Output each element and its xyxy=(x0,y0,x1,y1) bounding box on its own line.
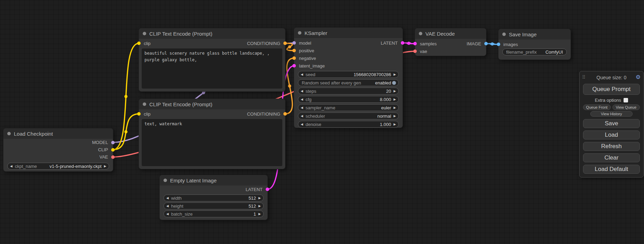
input-dot-latent-image[interactable] xyxy=(292,64,296,67)
gear-icon[interactable]: ⚙ xyxy=(636,74,641,80)
collapse-dot-icon[interactable] xyxy=(419,32,422,35)
widget-label: batch_size xyxy=(171,211,193,217)
next-arrow-icon[interactable]: ▶ xyxy=(394,115,396,118)
drag-handle-icon[interactable]: ⠿ xyxy=(582,74,585,80)
decrement-arrow-icon[interactable]: ◀ xyxy=(166,205,169,208)
output-slot-clip: CLIP xyxy=(3,146,113,153)
extra-options-checkbox[interactable] xyxy=(624,98,628,102)
input-dot-vae[interactable] xyxy=(413,49,417,53)
load-button[interactable]: Load xyxy=(583,130,640,139)
collapse-dot-icon[interactable] xyxy=(143,32,146,35)
collapse-dot-icon[interactable] xyxy=(164,179,167,182)
output-dot-image[interactable] xyxy=(484,42,488,45)
collapse-dot-icon[interactable] xyxy=(143,102,146,106)
widget-batch-size[interactable]: ◀ batch_size 1 ▶ xyxy=(164,210,264,217)
input-dot-clip[interactable] xyxy=(137,42,141,45)
widget-denoise[interactable]: ◀ denoise 1.000 ▶ xyxy=(298,121,399,128)
input-dot-samples[interactable] xyxy=(413,42,417,45)
node-empty-latent-image[interactable]: Empty Latent Image LATENT ◀ width 512 ▶ … xyxy=(159,175,268,220)
widget-value: 8.000 xyxy=(380,97,391,102)
output-slot-latent: LATENT xyxy=(160,186,267,193)
output-dot-vae[interactable] xyxy=(111,155,115,159)
node-title-bar[interactable]: Load Checkpoint xyxy=(3,128,113,139)
prev-arrow-icon[interactable]: ◀ xyxy=(301,115,303,118)
output-dot-conditioning[interactable] xyxy=(283,112,287,116)
prev-arrow-icon[interactable]: ◀ xyxy=(301,106,303,109)
input-dot-negative[interactable] xyxy=(292,56,296,60)
next-arrow-icon[interactable]: ▶ xyxy=(394,106,396,109)
node-clip-text-encode-positive[interactable]: CLIP Text Encode (Prompt) clip CONDITION… xyxy=(139,28,285,92)
output-dot-clip[interactable] xyxy=(111,148,115,152)
positive-prompt-textarea[interactable]: beautiful scenery nature glass bottle la… xyxy=(142,48,282,89)
decrement-arrow-icon[interactable]: ◀ xyxy=(301,73,303,76)
view-queue-button[interactable]: View Queue xyxy=(612,105,640,110)
increment-arrow-icon[interactable]: ▶ xyxy=(394,90,396,93)
refresh-button[interactable]: Refresh xyxy=(583,142,640,151)
output-dot-latent[interactable] xyxy=(401,41,404,45)
widget-scheduler[interactable]: ◀ scheduler normal ▶ xyxy=(298,112,399,119)
input-slot-images: images xyxy=(499,40,571,48)
node-title-bar[interactable]: KSampler xyxy=(294,28,403,38)
collapse-dot-icon[interactable] xyxy=(502,33,506,36)
next-arrow-icon[interactable]: ▶ xyxy=(104,165,106,168)
increment-arrow-icon[interactable]: ▶ xyxy=(394,73,396,76)
input-slot-vae: vae xyxy=(415,47,486,55)
node-clip-text-encode-negative[interactable]: CLIP Text Encode (Prompt) clip CONDITION… xyxy=(139,99,285,169)
increment-arrow-icon[interactable]: ▶ xyxy=(258,197,261,200)
view-history-button[interactable]: View History xyxy=(590,111,632,117)
node-load-checkpoint[interactable]: Load Checkpoint MODEL CLIP VAE ◀ ckpt_na… xyxy=(3,128,113,172)
slot-label-vae: VAE xyxy=(99,154,108,160)
decrement-arrow-icon[interactable]: ◀ xyxy=(301,90,303,93)
save-button[interactable]: Save xyxy=(583,119,640,128)
node-save-image[interactable]: Save Image images filename_prefix ComfyU… xyxy=(498,29,571,60)
output-dot-latent[interactable] xyxy=(266,188,269,191)
widget-value: enabled xyxy=(375,80,391,85)
widget-width[interactable]: ◀ width 512 ▶ xyxy=(164,195,264,201)
widget-cfg[interactable]: ◀ cfg 8.000 ▶ xyxy=(298,96,399,103)
load-default-button[interactable]: Load Default xyxy=(583,165,640,174)
clear-button[interactable]: Clear xyxy=(583,153,640,162)
decrement-arrow-icon[interactable]: ◀ xyxy=(301,98,303,101)
widget-ckpt-name[interactable]: ◀ ckpt_name v1-5-pruned-emaonly.ckpt ▶ xyxy=(7,163,109,170)
queue-panel: ⠿ Queue size: 0 ⚙ Queue Prompt Extra opt… xyxy=(579,71,644,178)
increment-arrow-icon[interactable]: ▶ xyxy=(394,123,396,126)
input-dot-clip[interactable] xyxy=(137,112,141,116)
widget-sampler-name[interactable]: ◀ sampler_name euler ▶ xyxy=(298,104,399,111)
slot-label-model: model xyxy=(299,40,311,46)
decrement-arrow-icon[interactable]: ◀ xyxy=(166,197,169,200)
widget-steps[interactable]: ◀ steps 20 ▶ xyxy=(298,88,399,94)
node-vae-decode[interactable]: VAE Decode samples IMAGE vae xyxy=(415,28,486,56)
node-ksampler[interactable]: KSampler model LATENT positive negative … xyxy=(294,27,403,128)
decrement-arrow-icon[interactable]: ◀ xyxy=(301,123,303,126)
widget-filename-prefix[interactable]: filename_prefix ComfyUI xyxy=(502,48,567,55)
output-dot-model[interactable] xyxy=(111,141,115,144)
node-title-bar[interactable]: Save Image xyxy=(499,29,571,39)
negative-prompt-textarea[interactable]: text, watermark xyxy=(142,119,282,166)
increment-arrow-icon[interactable]: ▶ xyxy=(258,205,261,208)
widget-control-after-generate[interactable]: Random seed after every gen enabled xyxy=(298,79,399,86)
output-dot-conditioning[interactable] xyxy=(283,42,287,45)
slot-label-vae: vae xyxy=(420,49,427,54)
queue-prompt-button[interactable]: Queue Prompt xyxy=(583,84,640,95)
widget-value: 156680208700286 xyxy=(354,72,391,77)
input-dot-images[interactable] xyxy=(497,43,500,46)
node-title-bar[interactable]: VAE Decode xyxy=(415,28,486,39)
node-title: CLIP Text Encode (Prompt) xyxy=(149,101,212,107)
input-dot-model[interactable] xyxy=(292,41,296,45)
queue-front-button[interactable]: Queue Front xyxy=(583,105,611,110)
decrement-arrow-icon[interactable]: ◀ xyxy=(166,213,169,216)
node-title-bar[interactable]: CLIP Text Encode (Prompt) xyxy=(139,99,285,109)
increment-arrow-icon[interactable]: ▶ xyxy=(394,98,396,101)
collapse-dot-icon[interactable] xyxy=(7,132,11,135)
node-title-bar[interactable]: Empty Latent Image xyxy=(160,175,267,186)
widget-seed[interactable]: ◀ seed 156680208700286 ▶ xyxy=(298,71,399,78)
increment-arrow-icon[interactable]: ▶ xyxy=(258,213,261,216)
collapse-dot-icon[interactable] xyxy=(298,31,301,35)
prev-arrow-icon[interactable]: ◀ xyxy=(10,165,12,168)
slot-label-positive: positive xyxy=(299,48,314,53)
graph-canvas[interactable]: Load Checkpoint MODEL CLIP VAE ◀ ckpt_na… xyxy=(0,0,644,244)
widget-height[interactable]: ◀ height 512 ▶ xyxy=(164,202,264,209)
node-title-bar[interactable]: CLIP Text Encode (Prompt) xyxy=(139,28,285,39)
input-dot-positive[interactable] xyxy=(292,49,296,52)
toggle-knob[interactable] xyxy=(392,81,396,85)
